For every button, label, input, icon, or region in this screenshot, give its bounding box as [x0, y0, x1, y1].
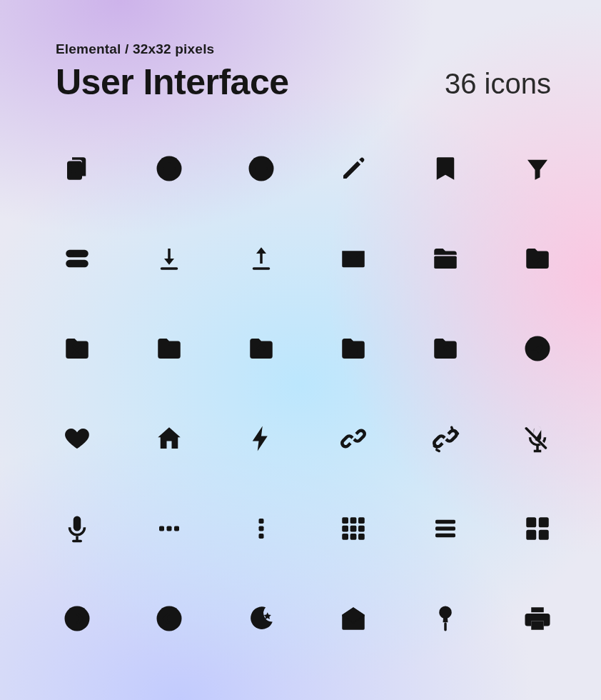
- header-count: 36 icons: [445, 68, 551, 103]
- svg-rect-34: [342, 534, 348, 540]
- pin-icon: [428, 601, 463, 636]
- add-circle-icon: [152, 151, 186, 186]
- folder-icon: [428, 241, 463, 276]
- link-icon: [336, 421, 370, 456]
- folder-gear-icon: [428, 331, 463, 366]
- svg-rect-41: [539, 517, 549, 527]
- upload-icon: [244, 241, 278, 276]
- svg-rect-1: [71, 165, 79, 167]
- svg-rect-8: [255, 167, 268, 170]
- header-subtitle: Elemental / 32x32 pixels: [56, 41, 289, 57]
- svg-rect-35: [350, 534, 357, 540]
- mail-icon: [336, 241, 370, 276]
- more-h-icon: [152, 511, 186, 546]
- svg-rect-14: [253, 267, 271, 270]
- heart-icon: [60, 421, 94, 456]
- print-icon: [520, 601, 555, 636]
- more-v-icon: [244, 511, 278, 546]
- svg-rect-2: [71, 169, 79, 171]
- svg-rect-13: [161, 267, 178, 270]
- svg-rect-25: [259, 519, 264, 524]
- moon-star-icon: [244, 601, 278, 636]
- header: Elemental / 32x32 pixels User Interface …: [56, 41, 551, 103]
- svg-rect-30: [358, 517, 365, 524]
- home-icon: [152, 421, 186, 456]
- send-icon: [520, 331, 555, 366]
- svg-rect-33: [358, 526, 365, 532]
- arrow-right-circle-icon: [60, 601, 94, 636]
- svg-rect-46: [444, 622, 447, 631]
- mic-off-icon: [520, 421, 555, 456]
- svg-rect-43: [539, 530, 549, 540]
- folder-x-icon: [60, 331, 94, 366]
- unlink-icon: [428, 421, 463, 456]
- mic-icon: [60, 511, 94, 546]
- folder-up-icon: [244, 331, 278, 366]
- svg-rect-28: [342, 517, 348, 524]
- copy-icon: [60, 151, 94, 186]
- svg-rect-47: [531, 607, 544, 612]
- folder-check-icon: [520, 241, 555, 276]
- bolt-icon: [244, 421, 278, 456]
- grid4-icon: [520, 511, 555, 546]
- svg-rect-32: [350, 526, 357, 532]
- arrow-left-circle-icon: [152, 601, 186, 636]
- bookmark-icon: [428, 151, 463, 186]
- svg-rect-37: [435, 520, 455, 524]
- svg-point-10: [69, 251, 74, 256]
- svg-rect-21: [72, 540, 82, 543]
- svg-rect-27: [259, 534, 264, 539]
- svg-rect-24: [174, 526, 179, 531]
- svg-rect-36: [358, 534, 365, 540]
- folder-down-icon: [336, 331, 370, 366]
- svg-rect-38: [435, 526, 455, 531]
- edit-icon: [336, 151, 370, 186]
- svg-rect-6: [163, 167, 176, 170]
- mail-open-icon: [336, 601, 370, 636]
- menu-icon: [428, 511, 463, 546]
- icon-grid: [56, 151, 551, 636]
- folder-plus-icon: [152, 331, 186, 366]
- svg-rect-15: [434, 256, 457, 269]
- svg-rect-42: [526, 530, 536, 540]
- svg-rect-48: [531, 621, 544, 630]
- svg-point-16: [444, 349, 447, 351]
- download-icon: [152, 241, 186, 276]
- svg-rect-39: [435, 534, 455, 538]
- toggles-icon: [60, 241, 94, 276]
- header-title: User Interface: [56, 61, 289, 103]
- svg-rect-26: [259, 526, 264, 531]
- filter-icon: [520, 151, 555, 186]
- svg-rect-31: [342, 526, 348, 532]
- svg-rect-19: [74, 516, 81, 531]
- svg-rect-50: [534, 626, 542, 628]
- svg-rect-3: [71, 172, 76, 174]
- grid9-icon: [336, 511, 370, 546]
- svg-rect-40: [526, 517, 536, 527]
- svg-rect-23: [167, 526, 172, 531]
- svg-rect-49: [534, 624, 542, 625]
- svg-rect-22: [159, 526, 164, 531]
- remove-circle-icon: [244, 151, 278, 186]
- svg-rect-29: [350, 517, 357, 524]
- svg-point-12: [81, 261, 86, 266]
